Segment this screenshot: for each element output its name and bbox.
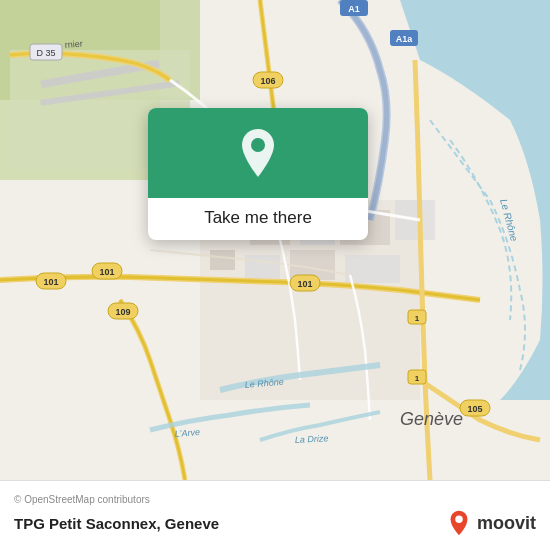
svg-text:Genève: Genève [400,409,463,429]
popup-card[interactable]: Take me there [148,108,368,240]
svg-text:106: 106 [260,76,275,86]
svg-point-45 [455,516,462,523]
moovit-logo[interactable]: moovit [445,509,536,537]
popup-text-area: Take me there [148,198,368,240]
svg-text:La Drize: La Drize [295,433,329,445]
svg-rect-15 [345,255,400,283]
svg-text:101: 101 [99,267,114,277]
popup-icon-area [148,108,368,198]
svg-text:101: 101 [297,279,312,289]
svg-text:A1: A1 [348,4,360,14]
svg-text:101: 101 [43,277,58,287]
location-pin-icon [236,127,280,179]
bottom-bar: © OpenStreetMap contributors TPG Petit S… [0,480,550,550]
svg-rect-12 [210,250,235,270]
map-container: A1a 101 101 101 109 [0,0,550,480]
svg-rect-13 [245,255,280,280]
take-me-there-button[interactable]: Take me there [204,208,312,227]
svg-text:109: 109 [115,307,130,317]
moovit-text: moovit [477,513,536,534]
location-row: TPG Petit Saconnex, Geneve moovit [14,509,536,537]
svg-text:D 35: D 35 [36,48,55,58]
svg-text:1: 1 [415,374,420,383]
svg-text:rnier: rnier [64,38,83,50]
svg-point-44 [251,138,265,152]
location-name: TPG Petit Saconnex, Geneve [14,515,219,532]
svg-text:1: 1 [415,314,420,323]
svg-text:A1a: A1a [396,34,414,44]
copyright-text: © OpenStreetMap contributors [14,494,536,505]
svg-text:105: 105 [467,404,482,414]
moovit-icon [445,509,473,537]
